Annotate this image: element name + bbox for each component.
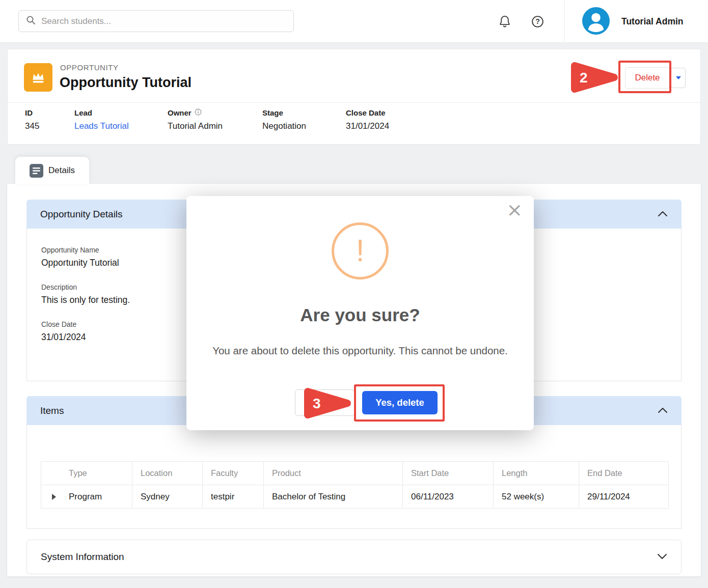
notifications-bell-icon[interactable] bbox=[495, 11, 515, 32]
lead-link[interactable]: Leads Tutorial bbox=[74, 121, 129, 131]
search-input[interactable] bbox=[41, 16, 286, 26]
tab-details[interactable]: Details bbox=[15, 157, 89, 184]
search-icon bbox=[26, 15, 36, 27]
chevron-up-icon bbox=[658, 209, 668, 220]
section-system-information[interactable]: System Information bbox=[26, 540, 682, 574]
field-lead-label: Lead bbox=[74, 108, 129, 117]
cell-faculty: testpir bbox=[203, 485, 264, 509]
page: ? Tutorial Admin OPPORTUNITY Opportunity… bbox=[0, 0, 708, 588]
col-start-date: Start Date bbox=[403, 462, 494, 485]
top-bar: ? Tutorial Admin bbox=[0, 0, 708, 43]
field-close-date: Close Date 31/01/2024 bbox=[346, 108, 389, 131]
col-length: Length bbox=[494, 462, 579, 485]
field-id-value: 345 bbox=[25, 121, 39, 131]
items-table: Type Location Faculty Product Start Date… bbox=[41, 461, 669, 509]
entity-type-label: OPPORTUNITY bbox=[60, 63, 119, 72]
record-header-card: OPPORTUNITY Opportunity Tutorial Delete … bbox=[7, 49, 701, 145]
search-box[interactable] bbox=[18, 10, 294, 32]
modal-message: You are about to delete this opportunity… bbox=[207, 343, 513, 358]
chevron-down-icon bbox=[676, 76, 681, 79]
table-row[interactable]: Program Sydney testpir Bachelor of Testi… bbox=[41, 485, 669, 509]
close-icon[interactable]: × bbox=[506, 200, 523, 219]
delete-button[interactable]: Delete bbox=[625, 67, 670, 89]
field-id-label: ID bbox=[25, 108, 39, 117]
header-divider bbox=[8, 102, 700, 103]
col-location: Location bbox=[132, 462, 203, 485]
col-product: Product bbox=[264, 462, 403, 485]
cell-type: Program bbox=[41, 485, 132, 509]
topbar-divider bbox=[564, 0, 565, 43]
cell-location: Sydney bbox=[132, 485, 203, 509]
user-avatar[interactable] bbox=[582, 7, 610, 35]
items-table-header-row: Type Location Faculty Product Start Date… bbox=[41, 462, 669, 485]
row-expand-icon[interactable] bbox=[52, 494, 56, 500]
confirm-delete-button[interactable]: Yes, delete bbox=[362, 391, 438, 414]
col-end-date: End Date bbox=[579, 462, 669, 485]
opportunity-details-title: Opportunity Details bbox=[40, 209, 123, 220]
field-close-date-value: 31/01/2024 bbox=[346, 121, 389, 131]
cancel-button[interactable] bbox=[295, 389, 355, 416]
items-body: Type Location Faculty Product Start Date… bbox=[26, 425, 682, 529]
field-owner-label: Owner bbox=[168, 108, 192, 117]
svg-text:?: ? bbox=[535, 17, 540, 25]
field-stage: Stage Negotiation bbox=[262, 108, 306, 131]
modal-title: Are you sure? bbox=[186, 305, 534, 325]
col-faculty: Faculty bbox=[203, 462, 264, 485]
actions-dropdown-button[interactable] bbox=[671, 68, 686, 88]
details-tab-icon bbox=[30, 164, 43, 178]
field-close-date-label: Close Date bbox=[346, 108, 389, 117]
cell-product: Bachelor of Testing bbox=[264, 485, 403, 509]
system-information-title: System Information bbox=[41, 551, 124, 563]
field-stage-value: Negotiation bbox=[262, 121, 306, 131]
opportunity-crown-icon bbox=[24, 63, 52, 92]
cell-start-date: 06/11/2023 bbox=[403, 485, 494, 509]
chevron-up-icon bbox=[658, 405, 668, 416]
warning-icon: ! bbox=[332, 222, 389, 279]
user-name[interactable]: Tutorial Admin bbox=[621, 0, 684, 43]
info-icon[interactable] bbox=[195, 108, 202, 117]
confirm-delete-modal: × ! Are you sure? You are about to delet… bbox=[186, 196, 534, 430]
chevron-down-icon bbox=[657, 551, 667, 563]
field-lead: Lead Leads Tutorial bbox=[74, 108, 129, 131]
field-owner: Owner Tutorial Admin bbox=[168, 108, 223, 131]
cell-type-value: Program bbox=[69, 492, 102, 501]
help-icon[interactable]: ? bbox=[527, 11, 548, 32]
col-type: Type bbox=[41, 462, 132, 485]
field-owner-value: Tutorial Admin bbox=[168, 121, 223, 131]
cell-length: 52 week(s) bbox=[494, 485, 579, 509]
page-title: Opportunity Tutorial bbox=[60, 75, 192, 91]
field-stage-label: Stage bbox=[262, 108, 306, 117]
tab-details-label: Details bbox=[48, 165, 75, 176]
cell-end-date: 29/11/2024 bbox=[579, 485, 669, 509]
items-title: Items bbox=[40, 405, 64, 416]
field-id: ID 345 bbox=[25, 108, 39, 131]
